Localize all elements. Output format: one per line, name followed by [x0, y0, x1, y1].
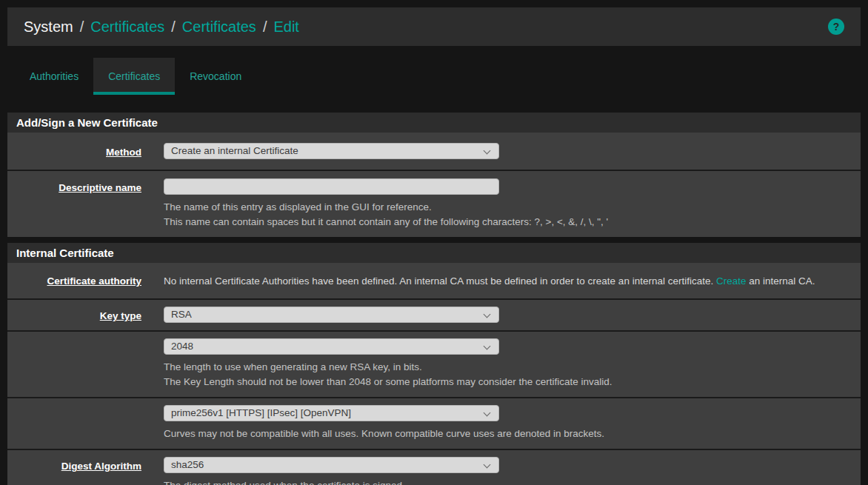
descriptive-name-help: The name of this entry as displayed in t…	[164, 200, 838, 230]
ecdsa-curve-content: prime256v1 [HTTPS] [IPsec] [OpenVPN] Cur…	[164, 405, 861, 441]
page: System / Certificates / Certificates / E…	[0, 0, 868, 485]
breadcrumb-link-certificates[interactable]: Certificates	[90, 19, 164, 36]
key-length-content: 2048 The length to use when generating a…	[164, 338, 861, 389]
top-header-bar: System / Certificates / Certificates / E…	[7, 7, 861, 46]
help-line: The name of this entry as displayed in t…	[164, 200, 838, 215]
chevron-down-icon	[484, 461, 491, 469]
help-line: The length to use when generating a new …	[164, 360, 838, 375]
key-length-select[interactable]: 2048	[164, 338, 499, 355]
create-ca-link[interactable]: Create	[716, 275, 747, 287]
key-type-select-value: RSA	[171, 309, 192, 320]
panel-internal-certificate: Internal Certificate Certificate authori…	[7, 243, 861, 485]
ecdsa-curve-help: Curves may not be compatible with all us…	[164, 427, 838, 441]
key-type-content: RSA	[164, 307, 861, 323]
help-line: This name can contain spaces but it cann…	[164, 215, 838, 230]
form-row-key-length: 2048 The length to use when generating a…	[7, 330, 861, 397]
form-row-digest-algorithm: Digest Algorithm sha256 The digest metho…	[7, 449, 861, 485]
help-icon[interactable]: ?	[828, 19, 844, 35]
method-label: Method	[7, 143, 141, 159]
breadcrumb-link-edit[interactable]: Edit	[273, 19, 298, 36]
digest-algorithm-select-value: sha256	[171, 459, 204, 470]
descriptive-name-content: The name of this entry as displayed in t…	[164, 178, 861, 230]
help-line: The Key Length should not be lower than …	[164, 375, 838, 389]
panel-title: Internal Certificate	[7, 243, 861, 263]
certificate-authority-content: No internal Certificate Authorities have…	[164, 272, 861, 289]
form-row-certificate-authority: Certificate authority No internal Certif…	[7, 263, 861, 298]
tab-certificates[interactable]: Certificates	[93, 58, 175, 95]
ca-message-before: No internal Certificate Authorities have…	[164, 275, 716, 287]
ca-message-after: an internal CA.	[746, 275, 815, 287]
chevron-down-icon	[484, 311, 491, 318]
method-content: Create an internal Certificate	[164, 143, 861, 159]
help-line: Curves may not be compatible with all us…	[164, 427, 838, 441]
certificate-authority-label: Certificate authority	[7, 272, 141, 289]
breadcrumb-separator: /	[80, 19, 84, 36]
chevron-down-icon	[484, 343, 491, 350]
chevron-down-icon	[484, 409, 491, 417]
form-row-descriptive-name: Descriptive name The name of this entry …	[7, 170, 861, 237]
key-length-label	[7, 338, 141, 389]
digest-algorithm-select[interactable]: sha256	[164, 457, 499, 473]
key-length-select-value: 2048	[171, 341, 193, 352]
panel-title: Add/Sign a New Certificate	[7, 113, 861, 133]
tab-revocation[interactable]: Revocation	[175, 58, 256, 95]
key-type-label: Key type	[7, 307, 141, 323]
digest-algorithm-label: Digest Algorithm	[7, 457, 141, 485]
descriptive-name-label: Descriptive name	[7, 178, 141, 230]
help-line: The digest method used when the certific…	[164, 478, 838, 485]
breadcrumb: System / Certificates / Certificates / E…	[24, 19, 299, 36]
ecdsa-curve-label	[7, 405, 141, 441]
breadcrumb-link-certificates-2[interactable]: Certificates	[182, 19, 256, 36]
method-select[interactable]: Create an internal Certificate	[164, 143, 499, 159]
panel-add-sign-certificate: Add/Sign a New Certificate Method Create…	[7, 113, 861, 237]
key-length-help: The length to use when generating a new …	[164, 360, 838, 389]
key-type-select[interactable]: RSA	[164, 307, 499, 323]
tab-authorities[interactable]: Authorities	[15, 58, 93, 95]
digest-algorithm-help: The digest method used when the certific…	[164, 478, 838, 485]
form-row-method: Method Create an internal Certificate	[7, 133, 861, 170]
ecdsa-curve-select-value: prime256v1 [HTTPS] [IPsec] [OpenVPN]	[171, 407, 351, 418]
form-row-key-type: Key type RSA	[7, 298, 861, 330]
breadcrumb-separator: /	[171, 19, 176, 36]
breadcrumb-system: System	[24, 19, 73, 36]
method-select-value: Create an internal Certificate	[171, 145, 298, 156]
descriptive-name-input[interactable]	[164, 178, 499, 195]
certificate-authority-message: No internal Certificate Authorities have…	[164, 272, 838, 289]
chevron-down-icon	[484, 147, 491, 155]
form-row-ecdsa-curve: prime256v1 [HTTPS] [IPsec] [OpenVPN] Cur…	[7, 397, 861, 449]
tab-bar: Authorities Certificates Revocation	[15, 58, 861, 95]
breadcrumb-separator: /	[263, 19, 267, 36]
ecdsa-curve-select[interactable]: prime256v1 [HTTPS] [IPsec] [OpenVPN]	[164, 405, 499, 421]
digest-algorithm-content: sha256 The digest method used when the c…	[164, 457, 861, 485]
